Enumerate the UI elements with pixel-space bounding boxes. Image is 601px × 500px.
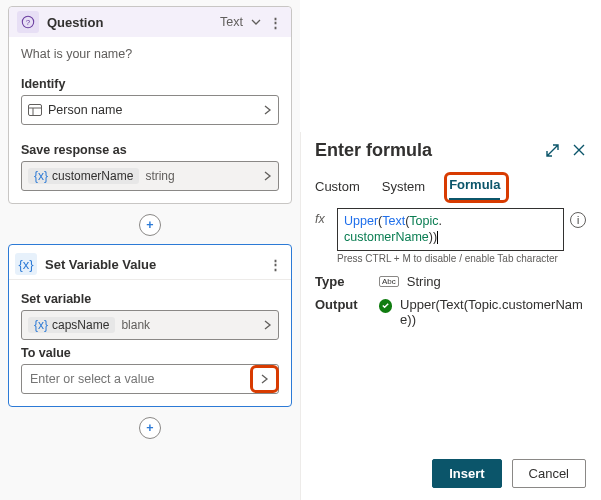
more-icon[interactable]: ⋮ — [269, 15, 283, 30]
panel-tabs: Custom System Formula — [315, 175, 586, 200]
chevron-right-icon — [263, 104, 272, 116]
variable-icon: {x} — [34, 318, 48, 332]
question-icon: ? — [17, 11, 39, 33]
fx-label: fx — [315, 208, 331, 226]
variable-name: capsName — [52, 318, 109, 332]
tab-formula[interactable]: Formula — [449, 173, 500, 200]
more-icon[interactable]: ⋮ — [269, 257, 283, 272]
identify-label: Identify — [21, 77, 279, 91]
cancel-button[interactable]: Cancel — [512, 459, 586, 488]
svg-rect-2 — [29, 105, 42, 116]
output-value: Upper(Text(Topic.customerName)) — [400, 297, 586, 327]
to-value-flyout-button[interactable] — [253, 368, 276, 390]
output-label: Output — [315, 297, 379, 327]
set-variable-node: {x} Set Variable Value ⋮ Set variable {x… — [8, 244, 292, 407]
set-variable-header: {x} Set Variable Value ⋮ — [9, 245, 291, 279]
variable-type: blank — [121, 318, 150, 332]
set-variable-label: Set variable — [21, 292, 279, 306]
question-node-header: ? Question Text ⋮ — [9, 7, 291, 37]
insert-button[interactable]: Insert — [432, 459, 501, 488]
chevron-down-icon[interactable] — [251, 17, 261, 27]
question-node: ? Question Text ⋮ What is your name? Ide… — [8, 6, 292, 204]
type-value: String — [407, 274, 441, 289]
add-node-button[interactable]: + — [139, 214, 161, 236]
tab-system[interactable]: System — [382, 175, 425, 200]
question-title: Question — [47, 15, 212, 30]
svg-text:?: ? — [26, 18, 31, 27]
add-node-button[interactable]: + — [139, 417, 161, 439]
info-icon[interactable]: i — [570, 212, 586, 228]
set-variable-picker[interactable]: {x} capsName blank — [21, 310, 279, 340]
save-response-label: Save response as — [21, 143, 291, 157]
variable-type: string — [145, 169, 174, 183]
variable-name: customerName — [52, 169, 133, 183]
variable-icon: {x} — [34, 169, 48, 183]
panel-title: Enter formula — [315, 140, 545, 161]
variable-chip: {x} capsName — [28, 317, 115, 333]
to-value-input[interactable] — [28, 371, 247, 387]
variable-chip: {x} customerName — [28, 168, 139, 184]
chevron-right-icon — [263, 170, 272, 182]
set-variable-title: Set Variable Value — [45, 257, 261, 272]
formula-panel: Enter formula Custom System Formula fx U… — [300, 132, 600, 500]
close-icon[interactable] — [572, 143, 586, 158]
connector: + — [0, 413, 300, 441]
expand-icon[interactable] — [545, 143, 560, 158]
question-type-label[interactable]: Text — [220, 15, 243, 29]
identify-value: Person name — [48, 103, 257, 117]
tab-formula-highlight: Formula — [447, 175, 506, 200]
to-value-input-row — [21, 364, 279, 394]
identify-picker[interactable]: Person name — [21, 95, 279, 125]
to-value-label: To value — [21, 346, 279, 360]
save-response-picker[interactable]: {x} customerName string — [21, 161, 279, 191]
connector: + — [0, 210, 300, 238]
tab-custom[interactable]: Custom — [315, 175, 360, 200]
formula-editor[interactable]: Upper(Text(Topic.customerName)) — [337, 208, 564, 251]
chevron-right-icon — [263, 319, 272, 331]
string-type-icon: Abc — [379, 276, 399, 287]
entity-icon — [28, 104, 42, 116]
question-prompt[interactable]: What is your name? — [21, 43, 279, 71]
check-icon — [379, 299, 392, 313]
type-label: Type — [315, 274, 379, 289]
formula-hint: Press CTRL + M to disable / enable Tab c… — [337, 253, 586, 264]
variable-icon: {x} — [15, 253, 37, 275]
